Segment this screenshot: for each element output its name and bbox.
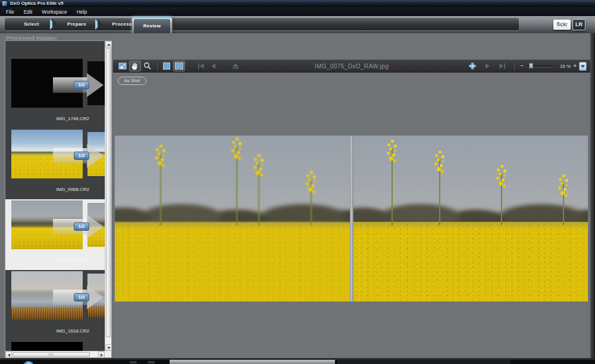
workflow-tab-strip: Select Prepare Process (5, 18, 519, 30)
menu-file[interactable]: File (2, 9, 20, 15)
compare-arrow-icon: 1/2 (52, 285, 105, 309)
chevron-right-icon (94, 19, 105, 30)
flickr-button[interactable]: flickr (553, 20, 571, 30)
tab-prepare[interactable]: Prepare (60, 21, 94, 27)
image-compare-stage[interactable] (113, 33, 590, 360)
taskbar-window-button[interactable] (336, 360, 511, 364)
chevron-right-icon (49, 19, 60, 30)
thumbnail-filename: IMG_0075.CR2 (56, 258, 89, 263)
thumbnail-large-preview (11, 342, 83, 351)
version-badge: 1/2 (74, 81, 89, 89)
taskbar-icon[interactable] (148, 361, 155, 363)
thumbnail-item-img-0075-selected[interactable]: 1/2 IMG_0075.CR2 (5, 199, 105, 270)
taskbar-icon[interactable] (130, 361, 137, 363)
next-image-button[interactable] (481, 61, 493, 71)
window-title: DxO Optics Pro Elite v5 (10, 1, 63, 6)
workflow-tab-band: Select Prepare Process Review flickr LR (0, 16, 595, 33)
scroll-right-button[interactable] (98, 352, 105, 358)
start-orb-icon[interactable] (23, 360, 35, 364)
next-icon (483, 61, 492, 71)
thumbnail-filename: IMG_1618.CR2 (56, 328, 89, 334)
viewer-zoom-controls: − 15 % + (466, 61, 587, 71)
menu-workspace[interactable]: Workspace (38, 9, 73, 15)
arrow-down-icon (107, 347, 111, 349)
horizontal-scroll-thumb[interactable] (12, 352, 90, 357)
rapeseed-field-region (115, 222, 350, 302)
tab-select[interactable]: Select (14, 21, 49, 27)
toolbar-divider (514, 62, 515, 70)
menu-help[interactable]: Help (73, 9, 93, 15)
version-badge: 1/2 (74, 293, 89, 302)
vertical-scroll-thumb[interactable] (106, 48, 111, 337)
tab-review-active[interactable]: Review (132, 17, 172, 33)
lightroom-button[interactable]: LR (572, 19, 585, 30)
zoom-in-button[interactable]: + (573, 63, 577, 69)
rapeseed-field-region (353, 222, 588, 302)
thumbnail-list: 1/2 IMG_1746.CR2 1/2 IMG_0068.CR2 (5, 41, 105, 351)
thumbnail-filename: IMG_1746.CR2 (56, 116, 89, 121)
photo-original[interactable] (115, 136, 350, 302)
compare-arrow-icon: 1/2 (52, 215, 105, 239)
process-flower-icon (468, 61, 477, 71)
zoom-slider-thumb[interactable] (529, 63, 533, 68)
taskbar-window-button[interactable] (170, 360, 335, 364)
app-icon (2, 1, 8, 7)
compare-arrow-icon: 1/2 (52, 144, 105, 168)
image-viewer-panel: IMG_0075_DxO_RAW.jpg (113, 33, 590, 360)
version-badge: 1/2 (74, 152, 89, 160)
application-window: DxO Optics Pro Elite v5 File Edit Worksp… (0, 0, 595, 364)
arrow-left-icon (8, 353, 10, 357)
tab-review-label: Review (134, 19, 170, 33)
scroll-down-button[interactable] (105, 344, 112, 351)
process-button[interactable] (466, 61, 478, 71)
thumbnail-filename: IMG_0068.CR2 (56, 187, 89, 192)
processed-images-panel: 1/2 IMG_1746.CR2 1/2 IMG_0068.CR2 (5, 40, 112, 358)
skip-last-icon (497, 61, 507, 71)
menu-edit[interactable]: Edit (20, 9, 39, 15)
thumbnail-item-partial[interactable] (5, 341, 105, 351)
compare-arrow-icon: 1/2 (52, 73, 105, 97)
window-right-edge (590, 33, 595, 360)
photo-corrected[interactable] (353, 136, 588, 302)
horizontal-scrollbar[interactable] (5, 351, 105, 357)
zoom-preset-dropdown[interactable] (579, 62, 587, 71)
arrow-up-icon (107, 43, 111, 46)
chevron-down-icon (580, 64, 585, 68)
thumbnail-item-img-1746[interactable]: 1/2 IMG_1746.CR2 (5, 58, 105, 128)
zoom-level-value: 15 % (556, 64, 571, 69)
zoom-out-button[interactable]: − (520, 63, 524, 69)
arrow-right-icon (101, 353, 103, 357)
thumbnail-item-img-1618[interactable]: 1/2 IMG_1618.CR2 (5, 270, 105, 341)
windows-taskbar[interactable] (0, 360, 595, 364)
scroll-up-button[interactable] (105, 41, 112, 48)
zoom-slider[interactable] (526, 63, 553, 69)
thumbnail-item-img-0068[interactable]: 1/2 IMG_0068.CR2 (5, 128, 105, 199)
last-image-button[interactable] (496, 61, 508, 71)
version-badge: 1/2 (74, 222, 89, 231)
title-bar[interactable]: DxO Optics Pro Elite v5 (0, 0, 595, 7)
menu-bar: File Edit Workspace Help (0, 7, 595, 16)
vertical-scrollbar[interactable] (105, 41, 111, 351)
scroll-left-button[interactable] (5, 352, 12, 358)
